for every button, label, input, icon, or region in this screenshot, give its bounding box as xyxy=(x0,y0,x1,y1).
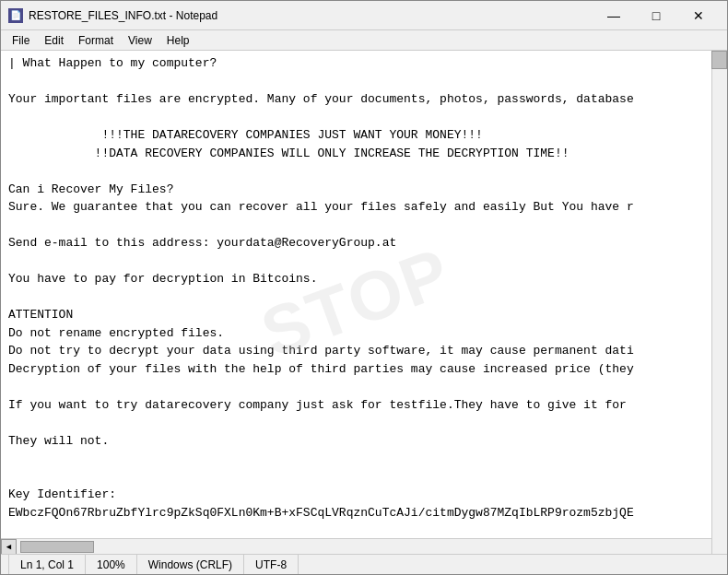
horizontal-scrollbar-thumb[interactable] xyxy=(20,541,94,553)
cursor-position: Ln 1, Col 1 xyxy=(8,555,86,574)
notepad-window: 📄 RESTORE_FILES_INFO.txt - Notepad — □ ✕… xyxy=(0,0,728,575)
text-editor[interactable]: | What Happen to my computer? Your impor… xyxy=(1,51,727,538)
window-controls: — □ ✕ xyxy=(593,1,720,30)
encoding: UTF-8 xyxy=(244,555,299,574)
menu-view[interactable]: View xyxy=(121,32,159,49)
scrollbar-h-track[interactable] xyxy=(17,539,711,555)
scroll-left-button[interactable]: ◀ xyxy=(1,539,17,555)
title-bar: 📄 RESTORE_FILES_INFO.txt - Notepad — □ ✕ xyxy=(1,1,727,30)
vertical-scrollbar[interactable] xyxy=(711,51,727,554)
menu-format[interactable]: Format xyxy=(71,32,121,49)
window-title: RESTORE_FILES_INFO.txt - Notepad xyxy=(29,9,593,22)
editor-area: | What Happen to my computer? Your impor… xyxy=(1,51,727,554)
vertical-scrollbar-thumb[interactable] xyxy=(711,51,727,69)
zoom-level: 100% xyxy=(86,555,137,574)
maximize-button[interactable]: □ xyxy=(635,1,677,30)
menu-bar: File Edit Format View Help xyxy=(1,30,727,51)
app-icon: 📄 xyxy=(8,8,23,23)
close-button[interactable]: ✕ xyxy=(677,1,720,30)
status-bar: Ln 1, Col 1 100% Windows (CRLF) UTF-8 xyxy=(1,554,727,574)
menu-edit[interactable]: Edit xyxy=(37,32,71,49)
menu-help[interactable]: Help xyxy=(159,32,197,49)
horizontal-scrollbar[interactable]: ◀ ▶ xyxy=(1,538,727,554)
menu-file[interactable]: File xyxy=(5,32,37,49)
line-ending: Windows (CRLF) xyxy=(137,555,244,574)
minimize-button[interactable]: — xyxy=(593,1,635,30)
